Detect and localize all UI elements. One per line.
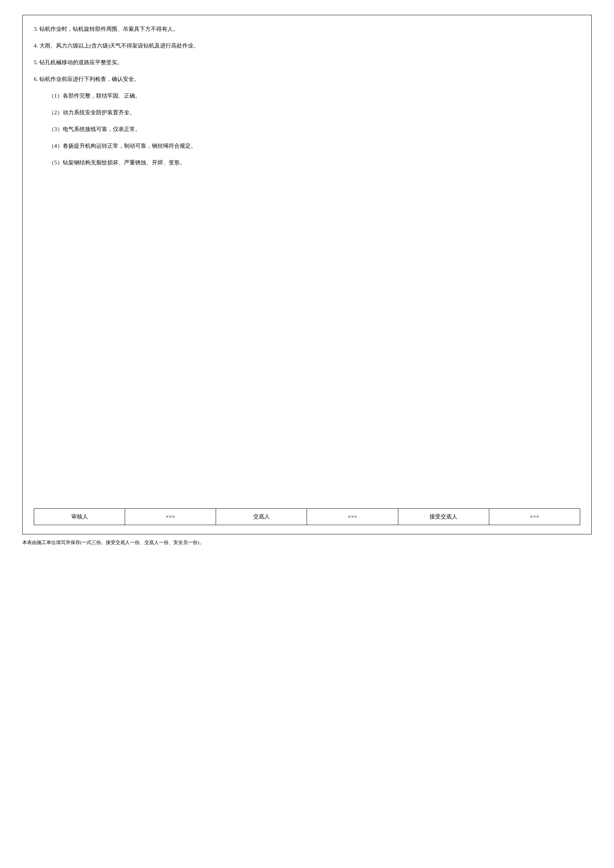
footer-value-3-text: ×××	[530, 514, 539, 519]
line-4-text: 4. 大雨、风力六级以上(含六级)天气不得架设钻机及进行高处作业。	[34, 43, 199, 49]
note-span: 本表由施工单位填写并保存(一式三份。接受交底人一份、交底人一份、安全员一份)。	[22, 539, 204, 545]
footer-label-2-text: 交底人	[253, 514, 270, 519]
line-6-2: （2）动力系统安全防护装置齐全。	[34, 108, 580, 118]
main-content-box: 3. 钻机作业时，钻机旋转部件周围、吊索具下方不得有人。 4. 大雨、风力六级以…	[22, 15, 592, 535]
line-6: 6. 钻机作业前应进行下列检查，确认安全。	[34, 74, 580, 84]
line-6-3: （3）电气系统接线可靠，仪表正常。	[34, 124, 580, 134]
footer-value-2-text: ×××	[348, 514, 357, 519]
footer-label-3: 接受交底人	[398, 509, 489, 525]
footer-value-1: ×××	[125, 509, 216, 525]
line-6-5-text: （5）钻架钢结构无裂纹损坏、严重锈蚀、开焊、变形。	[49, 160, 185, 166]
footer-label-2: 交底人	[216, 509, 307, 525]
line-6-text: 6. 钻机作业前应进行下列检查，确认安全。	[34, 76, 140, 82]
line-6-4: （4）卷扬提升机构运转正常，制动可靠，钢丝绳符合规定。	[34, 141, 580, 151]
footer-label-3-text: 接受交底人	[429, 514, 457, 519]
line-5-text: 5. 钻孔机械移动的道路应平整坚实。	[34, 59, 123, 65]
page-container: 3. 钻机作业时，钻机旋转部件周围、吊索具下方不得有人。 4. 大雨、风力六级以…	[22, 15, 592, 547]
line-3: 3. 钻机作业时，钻机旋转部件周围、吊索具下方不得有人。	[34, 24, 580, 34]
footer-label-1-text: 审核人	[71, 514, 88, 519]
note-text: 本表由施工单位填写并保存(一式三份。接受交底人一份、交底人一份、安全员一份)。	[22, 538, 592, 547]
line-3-text: 3. 钻机作业时，钻机旋转部件周围、吊索具下方不得有人。	[34, 26, 178, 32]
footer-table: 审核人 ××× 交底人 ××× 接受交底人 ×××	[34, 508, 580, 525]
line-6-4-text: （4）卷扬提升机构运转正常，制动可靠，钢丝绳符合规定。	[49, 143, 196, 149]
line-6-1: （1）各部件完整，联结牢固、正确。	[34, 91, 580, 101]
line-6-3-text: （3）电气系统接线可靠，仪表正常。	[49, 126, 141, 132]
line-4: 4. 大雨、风力六级以上(含六级)天气不得架设钻机及进行高处作业。	[34, 41, 580, 51]
footer-value-3: ×××	[489, 509, 580, 525]
line-5: 5. 钻孔机械移动的道路应平整坚实。	[34, 57, 580, 68]
line-6-1-text: （1）各部件完整，联结牢固、正确。	[49, 93, 141, 99]
footer-label-1: 审核人	[34, 509, 125, 525]
spacer	[34, 174, 580, 508]
line-6-5: （5）钻架钢结构无裂纹损坏、严重锈蚀、开焊、变形。	[34, 158, 580, 168]
footer-value-1-text: ×××	[166, 514, 175, 519]
line-6-2-text: （2）动力系统安全防护装置齐全。	[49, 110, 135, 115]
footer-value-2: ×××	[307, 509, 398, 525]
